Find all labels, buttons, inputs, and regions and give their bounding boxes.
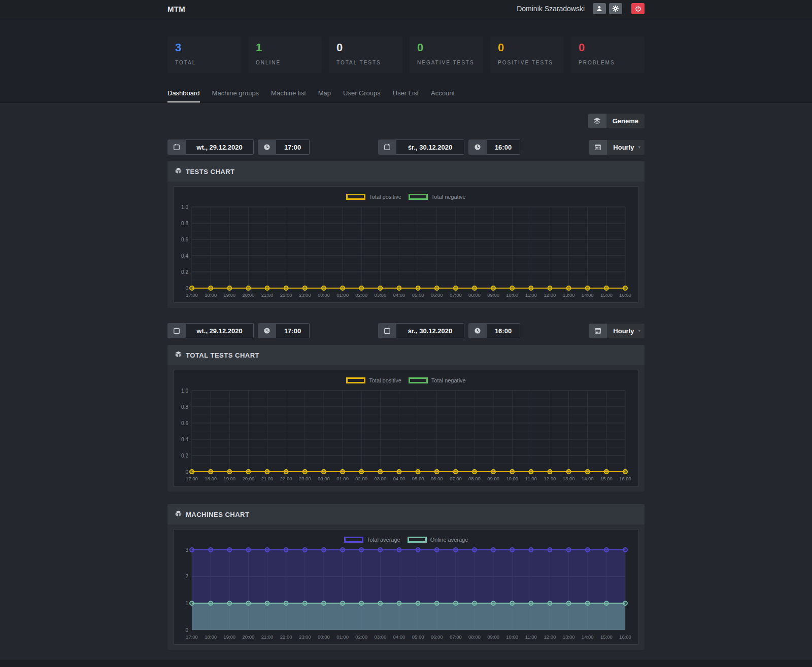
legend-label: Total positive [369, 377, 401, 383]
filter-row-2: Hourly ▾ [167, 323, 645, 338]
svg-text:23:00: 23:00 [299, 476, 311, 481]
main-nav-tabs: DashboardMachine groupsMachine listMapUs… [167, 89, 645, 102]
svg-text:09:00: 09:00 [487, 634, 499, 640]
svg-text:02:00: 02:00 [355, 476, 367, 481]
end-date-group [378, 139, 464, 155]
svg-text:21:00: 21:00 [261, 292, 274, 298]
stat-label: PROBLEMS [579, 60, 637, 65]
svg-text:14:00: 14:00 [582, 476, 594, 481]
tab-machine-groups[interactable]: Machine groups [212, 89, 259, 102]
svg-text:21:00: 21:00 [261, 634, 274, 640]
stat-label: ONLINE [256, 60, 314, 65]
footer-bar [0, 660, 812, 667]
tab-map[interactable]: Map [318, 89, 331, 102]
tab-user-groups[interactable]: User Groups [343, 89, 381, 102]
legend-item[interactable]: Total positive [346, 194, 401, 200]
svg-text:12:00: 12:00 [544, 634, 556, 640]
svg-text:14:00: 14:00 [582, 292, 594, 298]
end-date-input[interactable] [396, 139, 464, 155]
svg-text:12:00: 12:00 [544, 476, 556, 481]
chart-plot-area: 1.00.80.60.40.2017:0018:0019:0020:0021:0… [174, 202, 638, 302]
end-date-input[interactable] [396, 323, 464, 338]
end-time-input[interactable] [487, 323, 520, 338]
svg-text:22:00: 22:00 [280, 292, 292, 298]
svg-text:0: 0 [185, 286, 188, 291]
svg-text:12:00: 12:00 [544, 292, 556, 298]
start-date-input[interactable] [186, 323, 254, 338]
svg-text:09:00: 09:00 [487, 476, 499, 481]
interval-value: Hourly [613, 144, 634, 151]
svg-text:15:00: 15:00 [600, 476, 613, 481]
calendar-icon [167, 139, 186, 155]
legend-item[interactable]: Total positive [346, 377, 401, 383]
legend-label: Total average [367, 537, 400, 543]
svg-text:17:00: 17:00 [186, 634, 198, 640]
tab-user-list[interactable]: User List [393, 89, 419, 102]
svg-text:18:00: 18:00 [205, 476, 217, 481]
svg-text:06:00: 06:00 [431, 476, 443, 481]
stat-value: 3 [175, 41, 233, 54]
svg-text:3: 3 [185, 547, 188, 553]
legend-swatch [408, 537, 427, 543]
user-icon [596, 5, 603, 12]
generate-button[interactable]: Geneme [588, 114, 645, 128]
svg-text:05:00: 05:00 [412, 476, 424, 481]
cube-icon [175, 510, 182, 519]
svg-text:13:00: 13:00 [563, 634, 575, 640]
start-time-input[interactable] [276, 323, 310, 338]
svg-text:03:00: 03:00 [374, 476, 386, 481]
logout-button[interactable] [631, 3, 645, 14]
svg-text:15:00: 15:00 [600, 292, 613, 298]
tab-machine-list[interactable]: Machine list [271, 89, 306, 102]
interval-select[interactable]: Hourly ▾ [589, 140, 645, 155]
svg-text:04:00: 04:00 [393, 634, 405, 640]
svg-text:23:00: 23:00 [299, 634, 311, 640]
legend-label: Online average [430, 537, 468, 543]
svg-text:23:00: 23:00 [299, 292, 311, 298]
start-time-input[interactable] [276, 139, 310, 155]
svg-text:1.0: 1.0 [181, 204, 188, 210]
tab-dashboard[interactable]: Dashboard [167, 89, 200, 102]
legend-item[interactable]: Total negative [409, 377, 466, 383]
stat-value: 0 [579, 41, 637, 54]
header-zone: 3TOTAL1ONLINE0TOTAL TESTS0NEGATIVE TESTS… [0, 17, 812, 103]
svg-text:05:00: 05:00 [412, 634, 424, 640]
panel-title: TESTS CHART [186, 168, 235, 175]
svg-text:17:00: 17:00 [186, 292, 198, 298]
svg-text:02:00: 02:00 [355, 292, 367, 298]
machines-chart: Total averageOnline average321017:0018:0… [173, 529, 639, 645]
start-time-group [258, 323, 310, 338]
svg-text:01:00: 01:00 [336, 292, 349, 298]
legend-item[interactable]: Total average [344, 537, 400, 543]
start-date-input[interactable] [186, 139, 254, 155]
svg-text:00:00: 00:00 [318, 476, 330, 481]
end-time-input[interactable] [487, 139, 520, 155]
chevron-down-icon: ▾ [638, 328, 640, 333]
end-time-group [468, 139, 520, 155]
svg-text:0.6: 0.6 [181, 237, 188, 242]
legend-label: Total negative [431, 377, 466, 383]
app-brand: MTM [167, 5, 185, 13]
tab-account[interactable]: Account [431, 89, 455, 102]
calendar-icon [378, 139, 396, 155]
svg-text:10:00: 10:00 [506, 476, 518, 481]
legend-label: Total negative [431, 194, 466, 200]
settings-button[interactable] [609, 3, 622, 14]
svg-text:19:00: 19:00 [223, 634, 235, 640]
svg-text:13:00: 13:00 [563, 476, 575, 481]
tests-chart: Total positiveTotal negative1.00.80.60.4… [173, 186, 639, 303]
legend-item[interactable]: Total negative [409, 194, 466, 200]
power-icon [635, 6, 641, 12]
svg-text:0.4: 0.4 [181, 437, 188, 442]
stat-label: NEGATIVE TESTS [417, 60, 476, 65]
svg-text:07:00: 07:00 [450, 634, 462, 640]
svg-text:14:00: 14:00 [582, 634, 594, 640]
interval-select[interactable]: Hourly ▾ [589, 324, 645, 338]
svg-text:01:00: 01:00 [336, 476, 349, 481]
svg-text:0.8: 0.8 [181, 221, 188, 226]
user-profile-button[interactable] [593, 3, 606, 14]
chart-legend: Total positiveTotal negative [174, 375, 638, 385]
legend-item[interactable]: Online average [408, 537, 468, 543]
stat-label: TOTAL TESTS [336, 60, 395, 65]
svg-text:18:00: 18:00 [205, 292, 217, 298]
